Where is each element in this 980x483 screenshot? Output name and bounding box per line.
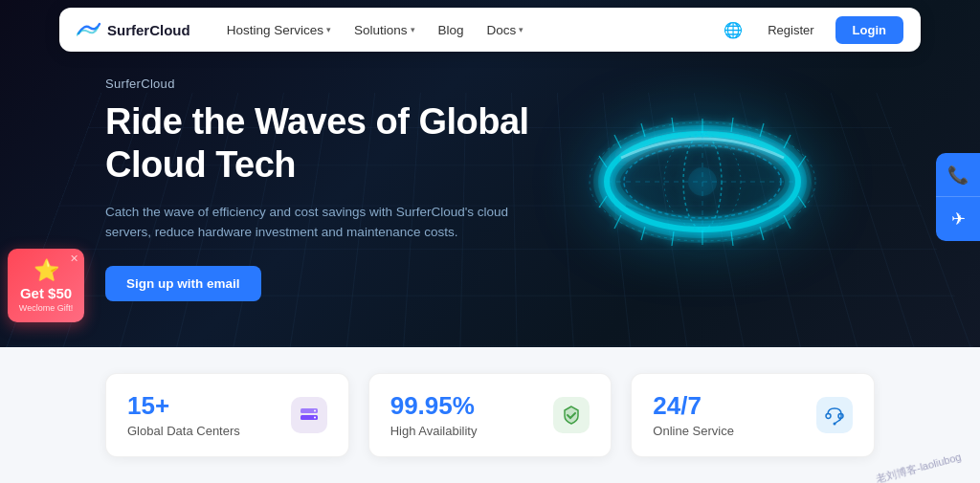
- svg-point-30: [314, 410, 316, 412]
- svg-point-31: [314, 417, 316, 419]
- gift-icon: ⭐: [15, 258, 77, 283]
- gift-close-button[interactable]: ✕: [70, 252, 78, 265]
- stat-info-dc: 15+ Global Data Centers: [127, 393, 240, 438]
- register-button[interactable]: Register: [758, 18, 823, 42]
- stat-label-os: Online Service: [653, 424, 734, 438]
- hero-description: Catch the wave of efficiency and cost sa…: [105, 202, 546, 243]
- gift-amount: Get $50: [15, 285, 77, 301]
- gift-widget: ✕ ⭐ Get $50 Weclome Gift!: [8, 249, 84, 322]
- torus-graphic: [568, 72, 836, 301]
- nav-links: Hosting Services ▾ Solutions ▾ Blog Docs…: [217, 18, 721, 42]
- svg-point-35: [834, 423, 836, 426]
- login-button[interactable]: Login: [835, 16, 903, 44]
- brand-name: SurferCloud: [107, 22, 190, 38]
- svg-point-32: [826, 414, 831, 419]
- chevron-down-icon: ▾: [519, 25, 523, 34]
- stats-section: 15+ Global Data Centers 99.95% High Avai…: [0, 347, 980, 483]
- hero-content: SurferCloud Ride the Waves of Global Clo…: [105, 77, 622, 301]
- chevron-down-icon: ▾: [411, 25, 415, 34]
- stat-number-dc: 15+: [127, 393, 240, 418]
- stat-number-ha: 99.95%: [390, 393, 478, 418]
- signup-button[interactable]: Sign up with email: [105, 266, 261, 301]
- logo-icon: [77, 20, 101, 39]
- gift-label: Weclome Gift!: [15, 303, 77, 313]
- nav-blog[interactable]: Blog: [429, 18, 474, 42]
- telegram-button[interactable]: ✈: [936, 197, 980, 241]
- logo-area[interactable]: SurferCloud: [77, 20, 190, 39]
- nav-actions: 🌐 Register Login: [720, 16, 903, 44]
- nav-hosting[interactable]: Hosting Services ▾: [217, 18, 341, 42]
- language-icon[interactable]: 🌐: [720, 17, 746, 43]
- hero-section: SurferCloud Ride the Waves of Global Clo…: [0, 0, 980, 363]
- nav-docs[interactable]: Docs ▾: [478, 18, 534, 42]
- stat-card-availability: 99.95% High Availability: [368, 373, 612, 457]
- stat-label-dc: Global Data Centers: [127, 424, 240, 438]
- chevron-down-icon: ▾: [326, 25, 331, 34]
- navbar: SurferCloud Hosting Services ▾ Solutions…: [59, 8, 921, 52]
- stat-card-datacenters: 15+ Global Data Centers: [105, 373, 349, 457]
- stat-label-ha: High Availability: [390, 424, 478, 438]
- hero-title: Ride the Waves of Global Cloud Tech: [105, 100, 622, 187]
- stat-number-os: 24/7: [653, 393, 734, 418]
- availability-icon: [553, 397, 590, 433]
- stat-info-os: 24/7 Online Service: [653, 393, 734, 438]
- nav-solutions[interactable]: Solutions ▾: [345, 18, 425, 42]
- sidebar-float: 📞 ✈: [936, 153, 980, 241]
- hero-visual: [549, 62, 856, 311]
- phone-button[interactable]: 📞: [936, 153, 980, 197]
- hero-subtitle: SurferCloud: [105, 77, 622, 91]
- stat-card-service: 24/7 Online Service: [631, 373, 875, 457]
- stat-info-ha: 99.95% High Availability: [390, 393, 478, 438]
- support-icon: [816, 397, 853, 433]
- datacenter-icon: [291, 397, 327, 433]
- svg-point-9: [688, 167, 717, 196]
- stats-container: 15+ Global Data Centers 99.95% High Avai…: [0, 347, 980, 483]
